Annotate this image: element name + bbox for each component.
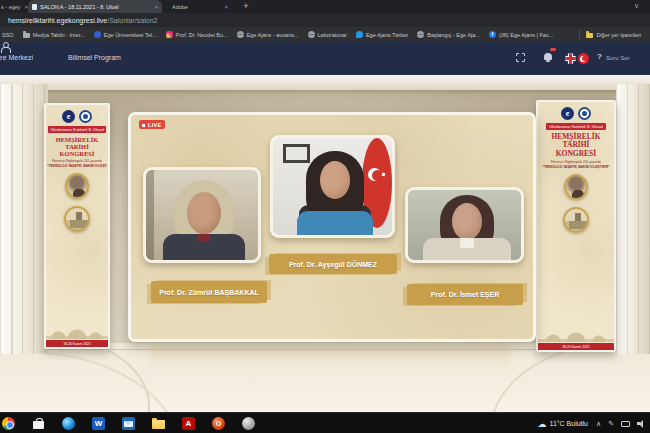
bookmark-label: Diğer yer işaretleri xyxy=(596,32,641,38)
instagram-icon xyxy=(166,31,173,38)
chrome-icon[interactable] xyxy=(2,417,15,430)
nav-kongre-merkezi[interactable]: Kongre Merkezi xyxy=(0,54,33,61)
bookmark-label: SSO xyxy=(2,32,14,38)
screenshot-root: s - egey × SALON A - 18.11.2021 - 8. Ulu… xyxy=(0,0,650,433)
site-icon xyxy=(94,31,101,38)
speaker-avatar xyxy=(452,203,482,240)
skyline-silhouette xyxy=(538,327,614,342)
bookmark-label: Ege Üniversitesi Tel... xyxy=(104,32,157,38)
facebook-icon: f xyxy=(489,31,496,38)
bell-icon[interactable] xyxy=(544,53,552,60)
florence-nightingale-portrait xyxy=(564,174,588,200)
speaker-avatar xyxy=(320,161,350,199)
speaker-nameplate: Prof. Dr. Ayşegül DÖNMEZ xyxy=(269,254,397,274)
language-flag-tr[interactable] xyxy=(578,53,589,64)
bookmarks-bar: SSO Medya Takibi - Inter... Ege Üniversi… xyxy=(0,27,650,42)
bookmark-item[interactable]: Ege Üniversitesi Tel... xyxy=(94,31,157,38)
bookmark-item[interactable]: Ege Ajans Twitter xyxy=(356,31,408,38)
fullscreen-icon[interactable] xyxy=(516,53,525,62)
building-photo xyxy=(563,207,589,233)
stage-beam xyxy=(0,75,650,90)
speaker-avatar xyxy=(460,238,474,248)
bookmark-item[interactable]: Başlangıç - Ege Aja... xyxy=(417,31,480,38)
help-icon[interactable]: ? xyxy=(597,52,602,61)
globe-icon xyxy=(237,31,244,38)
ege-university-logo: e xyxy=(62,110,75,123)
weather-cloud-icon[interactable]: ☁ xyxy=(538,419,547,429)
app-icon[interactable] xyxy=(242,417,255,430)
congress-logo xyxy=(79,110,92,123)
video-speaker-eser[interactable] xyxy=(405,187,524,263)
edge-icon[interactable] xyxy=(62,417,75,430)
notification-badge xyxy=(550,48,556,51)
tab-title: SALON A - 18.11.2021 - 8. Ulusl xyxy=(40,4,152,10)
speaker-avatar xyxy=(198,234,210,242)
speaker-nameplate: Prof. Dr. Zümrüt BAŞBAKKAL xyxy=(151,281,267,303)
chevron-down-icon[interactable]: ∨ xyxy=(634,0,639,13)
banner-title-line2: KONGRESİ xyxy=(46,150,108,157)
system-tray: ☁ 11°C Bulutlu ∧ ✎ xyxy=(538,413,650,433)
tab-second[interactable]: Adobe × xyxy=(168,0,232,13)
pen-icon[interactable]: ✎ xyxy=(608,420,614,428)
banner-title-line2: KONGRESİ xyxy=(538,150,614,158)
bookmark-item[interactable]: Prof. Dr. Necdet Bu... xyxy=(166,31,228,38)
bookmark-label: Ege Ajans - avoans... xyxy=(247,32,299,38)
speaker-avatar xyxy=(187,192,221,234)
speaker-avatar xyxy=(297,211,373,235)
bookmark-item[interactable]: Ege Ajans - avoans... xyxy=(237,31,299,38)
bookmark-label: Medya Takibi - Inter... xyxy=(33,32,85,38)
nav-bilimsel-program[interactable]: Bilimsel Program xyxy=(68,54,121,61)
site-header: Kongre Merkezi Bilimsel Program ? Soru S… xyxy=(0,42,650,75)
stage-pillar-right xyxy=(616,84,650,354)
banner-title: HEMŞİRELİK TARİHİ KONGRESİ xyxy=(538,133,614,158)
ask-question-label[interactable]: Soru Sor xyxy=(606,55,630,61)
stage-screen-panel: LIVE xyxy=(128,112,536,342)
video-speaker-basbakkal[interactable] xyxy=(143,167,261,263)
banner-title: HEMŞİRELİK TARİHİ KONGRESİ xyxy=(46,136,108,157)
tab-title: s - egey xyxy=(1,4,22,10)
congress-logo xyxy=(578,107,591,120)
congress-banner-left: e Uluslararası Katılımlı 8. Ulusal HEMŞİ… xyxy=(44,103,110,349)
other-bookmarks-button[interactable]: Diğer yer işaretleri xyxy=(586,32,641,38)
banner-footer: 18-20 Kasım 2021 xyxy=(538,343,614,350)
mail-icon[interactable] xyxy=(122,417,135,430)
office-icon[interactable]: O xyxy=(212,417,225,430)
speaker-icon[interactable] xyxy=(637,420,646,428)
windows-taskbar: W A O ☁ 11°C Bulutlu ∧ ✎ xyxy=(0,412,650,433)
browser-tab-strip: s - egey × SALON A - 18.11.2021 - 8. Ulu… xyxy=(0,0,650,13)
tab-partial[interactable]: s - egey × xyxy=(0,0,28,13)
bookmark-label: Laboratuvar xyxy=(318,32,347,38)
banner-footer: 18-20 Kasım 2021 xyxy=(46,340,108,347)
acrobat-icon[interactable]: A xyxy=(182,417,195,430)
divider xyxy=(579,30,580,39)
banner-ribbon: Uluslararası Katılımlı 8. Ulusal xyxy=(48,126,107,133)
bookmark-item[interactable]: Laboratuvar xyxy=(308,31,347,38)
video-speaker-donmez[interactable] xyxy=(270,135,395,238)
new-tab-button[interactable]: + xyxy=(240,0,252,13)
twitter-icon xyxy=(356,31,363,38)
microsoft-store-icon[interactable] xyxy=(32,417,45,430)
weather-label[interactable]: 11°C Bulutlu xyxy=(550,420,588,427)
display-icon[interactable] xyxy=(621,421,630,427)
folder-icon xyxy=(23,33,30,38)
language-flag-uk[interactable] xyxy=(565,53,576,64)
bookmark-item[interactable]: SSO xyxy=(2,32,14,38)
banner-title-line1: HEMŞİRELİK TARİHİ xyxy=(46,136,108,150)
bookmark-item[interactable]: Medya Takibi - Inter... xyxy=(23,32,85,38)
close-icon[interactable]: × xyxy=(224,4,228,10)
folder-icon xyxy=(586,33,593,38)
globe-icon xyxy=(417,31,424,38)
tab-title: Adobe xyxy=(172,4,222,10)
video-background xyxy=(146,170,154,260)
tray-chevron-up-icon[interactable]: ∧ xyxy=(596,420,601,428)
file-explorer-icon[interactable] xyxy=(152,417,165,430)
address-bar[interactable]: hemsireliktarihi.egekongresi.live/Salonl… xyxy=(0,13,650,27)
word-icon[interactable]: W xyxy=(92,417,105,430)
live-badge: LIVE xyxy=(139,120,165,129)
bookmark-item[interactable]: f(36) Ege Ajans | Fac... xyxy=(489,31,553,38)
building-photo xyxy=(64,206,90,232)
banner-subtitle: Florence Nightingale 201 yaşında xyxy=(52,159,103,163)
virtual-stage: e Uluslararası Katılımlı 8. Ulusal HEMŞİ… xyxy=(0,75,650,412)
close-icon[interactable]: × xyxy=(154,4,158,10)
tab-active-salon-a[interactable]: SALON A - 18.11.2021 - 8. Ulusl × xyxy=(28,0,162,13)
